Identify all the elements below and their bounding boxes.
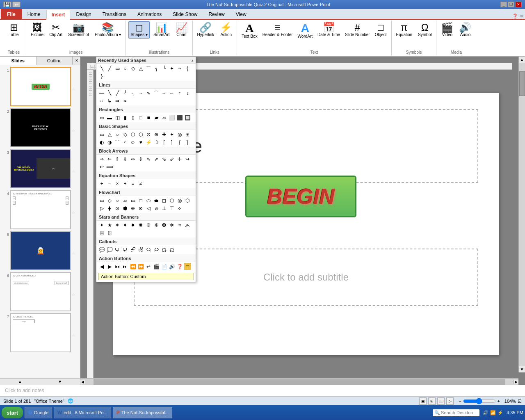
flow-process[interactable]: ▭ <box>98 197 105 204</box>
flow-direct-data[interactable]: ⊤ <box>168 205 176 212</box>
scroll-right-arrow[interactable]: ▶ <box>514 380 518 384</box>
shape-bracket1[interactable]: ╮ <box>153 65 160 72</box>
rect-basic[interactable]: ▭ <box>98 114 105 121</box>
banner2[interactable]: ⩕ <box>184 221 191 229</box>
basic-tri[interactable]: △ <box>106 131 113 138</box>
star-5pt[interactable]: ★ <box>106 221 113 229</box>
action-blank[interactable]: □ <box>184 263 191 270</box>
slide-img-1[interactable]: BEGIN <box>10 67 71 106</box>
callout-accent3[interactable]: 🗯 <box>168 246 176 253</box>
shapes-scroll-up[interactable]: ▲ <box>191 59 194 62</box>
tab-review[interactable]: Review <box>203 9 230 19</box>
close-ribbon-icon[interactable]: ✕ <box>520 14 523 19</box>
minimize-btn[interactable]: _ <box>500 2 507 7</box>
basic-bracket-l[interactable]: [ <box>160 139 168 146</box>
slide-img-6[interactable]: 2.) CAN A DRUM ROLL? aluminium can banan… <box>10 272 71 311</box>
rect-snip1[interactable]: ◫ <box>114 114 121 121</box>
action-return[interactable]: ↩ <box>145 263 152 270</box>
flow-prep[interactable]: ⬡ <box>184 197 191 204</box>
barrow-l[interactable]: ⇐ <box>106 155 113 163</box>
flow-sequential[interactable]: ⋄ <box>176 205 183 212</box>
photoalbum-button[interactable]: 📚 Photo Album ▾ <box>93 21 123 39</box>
flow-data[interactable]: ▭ <box>129 197 137 204</box>
h-scroll-thumb[interactable] <box>94 379 505 385</box>
callout-accent2[interactable]: 🗮 <box>160 246 168 253</box>
callout-line1[interactable]: 🗩 <box>121 246 129 253</box>
shape-line2[interactable]: ╱ <box>106 65 113 72</box>
view-reading-btn[interactable]: 📖 <box>437 397 445 405</box>
flow-display[interactable]: ◁ <box>145 205 152 212</box>
slide-thumb-6[interactable]: 6 2.) CAN A DRUM ROLL? aluminium can ban… <box>2 272 78 311</box>
view-sorter-btn[interactable]: ⊞ <box>428 397 436 405</box>
taskbar-word[interactable]: W edit : A Microsoft Po... <box>54 407 111 418</box>
star-24pt[interactable]: ❂ <box>160 221 168 229</box>
star-6pt[interactable]: ✶ <box>114 221 121 229</box>
action-document[interactable]: 📄 <box>160 263 168 270</box>
eq-equals[interactable]: = <box>129 180 137 187</box>
basic-bracket-r[interactable]: ] <box>168 139 176 146</box>
rect-snip4[interactable]: □ <box>137 114 144 121</box>
banner1[interactable]: ⌗ <box>176 221 183 229</box>
begin-button-slide[interactable]: BEGIN <box>245 176 356 217</box>
rect-rounded[interactable]: ▬ <box>106 114 113 121</box>
slide-img-3[interactable]: THE NOT-SO-IMPOSSIBLE QUIZ 2 🎮 <box>10 149 71 188</box>
action-movie[interactable]: 🎬 <box>153 263 160 270</box>
view-slideshow-btn[interactable]: ▷ <box>446 397 454 405</box>
slide-thumb-1[interactable]: 1 BEGIN ☆ <box>2 67 78 106</box>
rect-snip7[interactable]: ▱ <box>160 114 168 121</box>
barrow-ur[interactable]: ⇗ <box>153 155 160 163</box>
slide-thumb-5[interactable]: 5 🧝 ☆ <box>2 231 78 270</box>
tab-transitions[interactable]: Transitions <box>97 9 132 19</box>
flow-decision[interactable]: ◇ <box>106 197 113 204</box>
screenshot-button[interactable]: 📷 Screenshot <box>66 21 91 39</box>
action-help[interactable]: ❓ <box>176 263 183 270</box>
slide-thumb-3[interactable]: 3 THE NOT-SO-IMPOSSIBLE QUIZ 2 🎮 ☆ <box>2 149 78 188</box>
start-button[interactable]: start <box>2 407 23 418</box>
basic-hept[interactable]: ⊙ <box>145 131 152 138</box>
tab-file[interactable]: File <box>1 9 22 19</box>
flow-manual[interactable]: ▱ <box>121 197 129 204</box>
restore-btn[interactable]: ❐ <box>508 2 514 7</box>
basic-cross[interactable]: ✚ <box>160 131 168 138</box>
line-curve1[interactable]: ╯ <box>121 89 129 97</box>
line-arrow1[interactable]: → <box>160 89 168 97</box>
basic-half1[interactable]: ◐ <box>98 139 105 146</box>
shape-bracket2[interactable]: ╰ <box>160 65 168 72</box>
smartart-button[interactable]: 📊 SmartArt <box>151 21 171 39</box>
clipart-button[interactable]: ✂ Clip Art <box>47 21 64 39</box>
basic-circle[interactable]: ○ <box>114 131 121 138</box>
tab-animations[interactable]: Animations <box>132 9 167 19</box>
rect-snip6[interactable]: ▰ <box>153 114 160 121</box>
flow-multi[interactable]: ⬠ <box>168 197 176 204</box>
star-16pt[interactable]: ❋ <box>153 221 160 229</box>
action-button[interactable]: ⚡ Action <box>218 21 234 39</box>
line-arc[interactable]: ⌒ <box>153 89 160 97</box>
line-elbow[interactable]: ↳ <box>106 97 113 105</box>
tab-home[interactable]: Home <box>22 9 46 19</box>
barrow-ud[interactable]: ⇕ <box>137 155 144 163</box>
star-7pt[interactable]: ✷ <box>121 221 129 229</box>
flow-manual-in[interactable]: ▷ <box>98 205 105 212</box>
action-home[interactable]: ⏪ <box>129 263 137 270</box>
line-squiggle[interactable]: ≈ <box>121 97 129 105</box>
flow-document[interactable]: ◻ <box>160 197 168 204</box>
scroll1[interactable]: ⌸ <box>98 229 105 237</box>
basic-brace-r[interactable]: } <box>184 139 191 146</box>
picture-button[interactable]: 🖼 Picture <box>29 21 46 39</box>
barrow-4way[interactable]: ✛ <box>176 155 183 163</box>
star-8pt[interactable]: ✸ <box>129 221 137 229</box>
flow-predefined[interactable]: □ <box>137 197 144 204</box>
basic-hex[interactable]: ⬡ <box>137 131 144 138</box>
rect-snip10[interactable]: 🔲 <box>184 114 191 121</box>
flow-connector[interactable]: ⊙ <box>114 205 121 212</box>
shape-circle[interactable]: ○ <box>121 65 129 72</box>
barrow-dl[interactable]: ⇙ <box>168 155 176 163</box>
action-forward[interactable]: ▶ <box>106 263 113 270</box>
rect-snip9[interactable]: ⬛ <box>176 114 183 121</box>
symbol-button[interactable]: Ω Symbol <box>416 21 434 39</box>
action-beginning[interactable]: ⏮ <box>114 263 121 270</box>
scroll-up-btn[interactable]: ▲ <box>0 379 40 385</box>
line-diag1[interactable]: ╲ <box>106 89 113 97</box>
eq-minus[interactable]: − <box>106 180 113 187</box>
taskbar-google[interactable]: G Google <box>25 407 52 418</box>
